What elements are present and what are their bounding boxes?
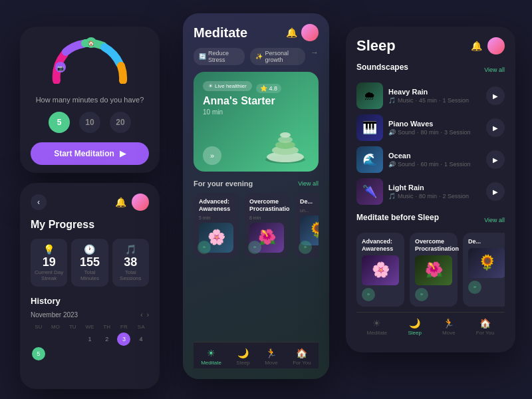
awareness-play-button[interactable]: » bbox=[198, 241, 211, 254]
heavy-rain-thumb: 🌧 bbox=[356, 82, 383, 109]
svg-text:📷: 📷 bbox=[57, 65, 64, 71]
sleep-other-title: De... bbox=[468, 238, 505, 245]
cal-day-1[interactable]: 1 bbox=[83, 332, 96, 346]
sleep-card-sleep-label: Sleep bbox=[408, 330, 421, 336]
sleep-card: Sleep 🔔 Soundscapes View all 🌧 Heavy Rai… bbox=[346, 27, 515, 352]
ocean-play-button[interactable]: ▶ bbox=[486, 150, 505, 169]
sleep-nav-meditate[interactable]: ☀ Meditate bbox=[367, 318, 388, 336]
rating-value: 4.8 bbox=[269, 85, 278, 92]
ocean-thumb: 🌊 bbox=[356, 146, 383, 173]
sleep-card-foryou-label: For You bbox=[476, 330, 495, 336]
cal-day-2[interactable]: 2 bbox=[100, 332, 114, 346]
meditate-bottom-nav: ☀ Meditate 🌙 Sleep 🏃 Move 🏠 For You bbox=[194, 342, 319, 368]
meditate-card: Meditate 🔔 🔄 Reduce Stress ✨ Personal gr… bbox=[183, 13, 329, 379]
before-sleep-header: Meditate before Sleep View all bbox=[356, 213, 505, 227]
sound-ocean: 🌊 Ocean 🔊 Sound · 60 min · 1 Session ▶ bbox=[356, 146, 505, 173]
ocean-type: Sound bbox=[398, 161, 415, 168]
sleep-mini-card-procrastination[interactable]: Overcome Procrastination 🌺 » bbox=[410, 233, 458, 307]
view-all-button[interactable]: View all bbox=[298, 180, 319, 187]
nav-sleep[interactable]: 🌙 Sleep bbox=[236, 348, 249, 366]
sleep-mini-card-other[interactable]: De... 🌻 » bbox=[463, 233, 505, 307]
back-button[interactable]: ‹ bbox=[31, 194, 47, 210]
cal-day-4[interactable]: 4 bbox=[134, 332, 148, 346]
heavy-rain-meta: 🎵 Music · 45 min · 1 Session bbox=[388, 97, 481, 104]
stat-streak: 💡 19 Current Day Streak bbox=[31, 239, 67, 287]
personal-growth-label: Personal growth bbox=[265, 50, 300, 63]
soundscapes-view-all[interactable]: View all bbox=[484, 66, 505, 73]
before-sleep-view-all[interactable]: View all bbox=[484, 217, 505, 223]
ocean-duration: 60 min bbox=[421, 161, 439, 168]
sleep-awareness-play[interactable]: » bbox=[362, 288, 375, 301]
sleep-card-sleep-icon: 🌙 bbox=[409, 318, 420, 329]
sound-icon-2: 🔊 bbox=[388, 129, 396, 136]
piano-waves-duration: 80 min bbox=[421, 129, 439, 136]
time-option-5[interactable]: 5 bbox=[49, 112, 70, 133]
sleep-nav-foryou[interactable]: 🏠 For You bbox=[476, 318, 495, 336]
before-sleep-cards: Advanced: Awareness 🌸 » Overcome Procras… bbox=[356, 233, 505, 307]
cal-day-5[interactable]: 5 bbox=[32, 347, 45, 360]
sleep-other-img: 🌻 bbox=[468, 248, 505, 278]
tag-reduce-stress[interactable]: 🔄 Reduce Stress bbox=[194, 48, 245, 65]
music-icon-1: 🎵 bbox=[388, 97, 396, 104]
mini-card-procrastination[interactable]: Overcome Procrastination 8 min 🌺 » bbox=[244, 193, 289, 258]
sleep-card-meditate-icon: ☀ bbox=[372, 318, 381, 329]
heavy-rain-type: Music bbox=[398, 97, 414, 104]
sleep-bottom-nav: ☀ Meditate 🌙 Sleep 🏃 Move 🏠 For You bbox=[356, 312, 505, 338]
light-rain-info: Light Rain 🎵 Music · 80 min · 2 Session bbox=[388, 184, 481, 200]
meditate-header: Meditate 🔔 bbox=[194, 24, 319, 41]
cal-header-we: WE bbox=[82, 323, 98, 331]
ocean-meta: 🔊 Sound · 60 min · 1 Session bbox=[388, 161, 481, 168]
time-option-20[interactable]: 20 bbox=[110, 112, 131, 133]
question-text: How many minutes do you have? bbox=[31, 96, 149, 104]
meditate-nav-label: Meditate bbox=[201, 360, 221, 366]
timer-card: 📷 🏠 How many minutes do you have? 5 10 2… bbox=[20, 27, 160, 173]
sleep-card-foryou-icon: 🏠 bbox=[479, 318, 491, 329]
heavy-rain-duration: 45 min bbox=[419, 97, 437, 104]
nav-move[interactable]: 🏃 Move bbox=[265, 348, 278, 366]
sessions-value: 38 bbox=[116, 256, 145, 268]
more-options-icon[interactable]: → bbox=[311, 48, 319, 65]
next-month-button[interactable]: › bbox=[147, 311, 149, 319]
stones-illustration bbox=[259, 112, 312, 165]
piano-waves-name: Piano Waves bbox=[388, 120, 481, 128]
procrastination-play-button[interactable]: » bbox=[248, 241, 261, 254]
sleep-nav-move[interactable]: 🏃 Move bbox=[442, 318, 456, 336]
sleep-bell-icon[interactable]: 🔔 bbox=[471, 41, 482, 51]
bell-icon[interactable]: 🔔 bbox=[115, 197, 126, 207]
time-option-10[interactable]: 10 bbox=[79, 112, 100, 133]
sleep-procrastination-play[interactable]: » bbox=[415, 288, 428, 301]
procrastination-sub: 8 min bbox=[249, 215, 284, 220]
piano-waves-meta: 🔊 Sound · 80 min · 3 Session bbox=[388, 129, 481, 136]
meditate-bell-icon[interactable]: 🔔 bbox=[286, 27, 297, 38]
sleep-nav-sleep[interactable]: 🌙 Sleep bbox=[408, 318, 421, 336]
piano-waves-play-button[interactable]: ▶ bbox=[486, 118, 505, 137]
light-rain-meta: 🎵 Music · 80 min · 2 Session bbox=[388, 193, 481, 200]
ocean-name: Ocean bbox=[388, 152, 481, 160]
minutes-value: 155 bbox=[75, 256, 104, 268]
avatar bbox=[132, 194, 149, 211]
cal-header-su: SU bbox=[31, 323, 47, 331]
feature-play-button[interactable]: » bbox=[203, 146, 221, 165]
sleep-card-move-label: Move bbox=[442, 330, 456, 336]
prev-month-button[interactable]: ‹ bbox=[140, 311, 142, 319]
nav-foryou[interactable]: 🏠 For You bbox=[293, 348, 311, 366]
evening-label: For your evening bbox=[194, 180, 253, 188]
heavy-rain-play-button[interactable]: ▶ bbox=[486, 86, 505, 105]
mini-card-other[interactable]: De... un... 🌻 » bbox=[295, 193, 319, 258]
sleep-other-play[interactable]: » bbox=[468, 281, 481, 294]
heavy-rain-info: Heavy Rain 🎵 Music · 45 min · 1 Session bbox=[388, 88, 481, 104]
sleep-mini-card-awareness[interactable]: Advanced: Awareness 🌸 » bbox=[356, 233, 404, 307]
sleep-awareness-img: 🌸 bbox=[362, 255, 399, 285]
piano-waves-info: Piano Waves 🔊 Sound · 80 min · 3 Session bbox=[388, 120, 481, 136]
mini-card-awareness[interactable]: Advanced: Awareness 5 min 🌸 » bbox=[194, 193, 239, 258]
start-meditation-button[interactable]: Start Meditation ▶ bbox=[31, 142, 149, 165]
other-play-button[interactable]: » bbox=[299, 241, 312, 254]
cal-day-3[interactable]: 3 bbox=[117, 332, 130, 346]
heavy-rain-name: Heavy Rain bbox=[388, 88, 481, 96]
light-rain-sessions: 2 Session bbox=[443, 193, 469, 200]
light-rain-play-button[interactable]: ▶ bbox=[486, 182, 505, 201]
streak-label: Current Day Streak bbox=[35, 269, 63, 281]
tag-personal-growth[interactable]: ✨ Personal growth bbox=[250, 48, 305, 65]
nav-meditate[interactable]: ☀ Meditate bbox=[201, 348, 221, 366]
play-icon: ▶ bbox=[120, 149, 126, 158]
